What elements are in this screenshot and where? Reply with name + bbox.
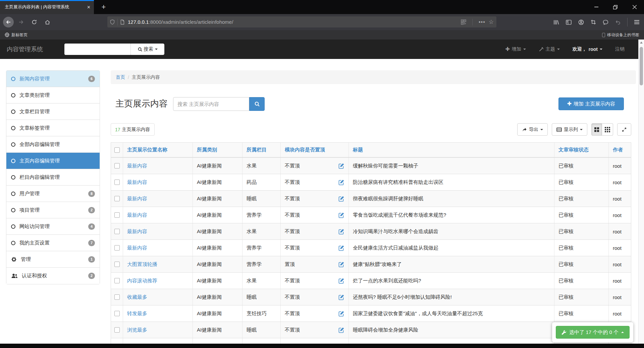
- window-minimize-button[interactable]: [587, 0, 606, 14]
- edit-icon[interactable]: [338, 228, 344, 234]
- columns-button[interactable]: 显示列: [552, 123, 587, 136]
- edit-icon[interactable]: [338, 245, 344, 251]
- forward-button[interactable]: [15, 16, 27, 28]
- qr-code-icon[interactable]: [461, 19, 466, 25]
- position-link[interactable]: 收藏最多: [127, 294, 147, 300]
- row-checkbox[interactable]: [114, 245, 120, 251]
- edit-icon[interactable]: [338, 310, 344, 317]
- sidebar-item-user-management[interactable]: 用户管理 8: [6, 186, 100, 202]
- edit-icon[interactable]: [338, 294, 344, 300]
- messenger-icon[interactable]: [603, 20, 608, 25]
- sidebar-item-article-tag[interactable]: 文章标签管理: [6, 120, 100, 136]
- window-close-button[interactable]: [625, 0, 644, 14]
- edit-icon[interactable]: [338, 278, 344, 284]
- header-author[interactable]: 作者: [609, 143, 631, 157]
- header-category[interactable]: 所属类别: [193, 143, 243, 157]
- sidebar-item-column-content-edit[interactable]: 栏目内容编辑管理: [6, 169, 100, 186]
- edit-icon[interactable]: [338, 196, 344, 202]
- sidebar-item-admin[interactable]: 管理 1: [6, 251, 100, 268]
- list-search-button[interactable]: [249, 97, 265, 111]
- shield-icon[interactable]: [110, 19, 115, 25]
- sidebar-item-site-visit-management[interactable]: 网站访问管理 4: [6, 218, 100, 235]
- position-link[interactable]: 最新内容: [127, 245, 147, 251]
- window-restore-button[interactable]: [606, 0, 625, 14]
- navbar-add-menu[interactable]: ✚ 增加: [505, 46, 526, 52]
- bookmark-star-icon[interactable]: ☆: [489, 18, 494, 25]
- position-link[interactable]: 最新内容: [127, 179, 147, 186]
- scroll-up-icon[interactable]: [640, 42, 643, 44]
- navbar-theme-menu[interactable]: 主题: [539, 46, 560, 52]
- new-tab-button[interactable]: +: [98, 0, 109, 14]
- sidebar-item-article-column[interactable]: 文章栏目管理: [6, 103, 100, 120]
- undo-icon[interactable]: [615, 20, 621, 24]
- row-checkbox[interactable]: [114, 311, 120, 316]
- position-link[interactable]: 最新内容: [127, 212, 147, 218]
- row-checkbox[interactable]: [114, 180, 120, 185]
- grid-small-view-button[interactable]: [602, 123, 613, 136]
- row-checkbox[interactable]: [114, 212, 120, 218]
- header-top[interactable]: 模块内容是否置顶: [281, 143, 349, 157]
- edit-icon[interactable]: [338, 261, 344, 267]
- browser-tab[interactable]: 主页展示内容列表 | 内容管理系统 ✕: [0, 0, 94, 14]
- header-column[interactable]: 所属栏目: [243, 143, 281, 157]
- library-icon[interactable]: [553, 20, 559, 25]
- navbar-search-input[interactable]: [64, 44, 131, 55]
- fullscreen-button[interactable]: [617, 123, 631, 136]
- row-checkbox[interactable]: [114, 327, 120, 333]
- page-info-icon[interactable]: [120, 19, 124, 25]
- sidebar-item-auth[interactable]: 认证和授权 2: [6, 268, 100, 284]
- scrollbar-thumb[interactable]: [640, 47, 643, 85]
- mobile-bookmarks[interactable]: 移动设备上的书签: [602, 32, 639, 38]
- navbar-user-menu[interactable]: 欢迎， root: [573, 46, 602, 52]
- position-link[interactable]: 最新内容: [127, 228, 147, 235]
- row-checkbox[interactable]: [114, 229, 120, 234]
- position-link[interactable]: 大图置顶轮播: [127, 261, 157, 268]
- header-status[interactable]: 文章审核状态: [554, 143, 609, 157]
- row-checkbox[interactable]: [114, 196, 120, 201]
- header-title[interactable]: 标题: [349, 143, 554, 157]
- header-position[interactable]: 主页展示位置名称: [123, 143, 193, 157]
- export-button[interactable]: 导出: [517, 123, 548, 136]
- sidebar-item-all-content-edit[interactable]: 全部内容编辑管理: [6, 136, 100, 153]
- position-link[interactable]: 最新内容: [127, 196, 147, 202]
- navbar-search-button[interactable]: 搜索: [131, 44, 164, 55]
- position-link[interactable]: 转发最多: [127, 310, 147, 317]
- edit-icon[interactable]: [338, 163, 344, 169]
- grid-large-view-button[interactable]: [591, 123, 602, 136]
- list-search-input[interactable]: [173, 97, 249, 111]
- url-text[interactable]: 127.0.0.1:8000/xadmin/articles/articlein…: [128, 19, 461, 25]
- position-link[interactable]: 最新内容: [127, 163, 147, 169]
- breadcrumb-home-link[interactable]: 首页: [116, 74, 125, 80]
- edit-icon[interactable]: [338, 327, 344, 333]
- page-actions-icon[interactable]: •••: [479, 19, 485, 25]
- sidebar-item-home-content-edit[interactable]: 主页内容编辑管理: [6, 153, 100, 169]
- tab-close-icon[interactable]: ✕: [87, 5, 91, 10]
- row-checkbox[interactable]: [114, 294, 120, 300]
- navbar-logout-link[interactable]: 注销: [615, 46, 625, 52]
- selection-actions-button[interactable]: 选中了 17 个中的 0 个: [556, 326, 630, 339]
- edit-icon[interactable]: [338, 179, 344, 185]
- position-link[interactable]: 内容滚动推荐: [127, 278, 157, 284]
- select-all-checkbox[interactable]: [114, 147, 120, 153]
- app-brand[interactable]: 内容管理系统: [7, 40, 43, 59]
- menu-icon[interactable]: [634, 19, 639, 25]
- sidebar-item-article-category[interactable]: 文章类别管理: [6, 87, 100, 103]
- sidebar-item-news-content[interactable]: 新闻内容管理 6: [6, 71, 100, 87]
- sidebar-item-my-homepage-settings[interactable]: 我的主页设置 7: [6, 235, 100, 251]
- row-checkbox[interactable]: [114, 163, 120, 168]
- url-bar[interactable]: 127.0.0.1:8000/xadmin/articles/articlein…: [107, 16, 496, 27]
- home-button[interactable]: [42, 16, 53, 28]
- back-button[interactable]: [3, 17, 14, 27]
- reload-button[interactable]: [29, 16, 40, 28]
- row-checkbox[interactable]: [114, 262, 120, 267]
- account-icon[interactable]: [578, 19, 584, 25]
- screenshot-icon[interactable]: [591, 19, 596, 25]
- sidebars-icon[interactable]: [566, 20, 572, 25]
- add-record-button[interactable]: ✚ 增加 主页展示内容: [558, 97, 624, 110]
- position-link[interactable]: 浏览最多: [127, 327, 147, 333]
- edit-icon[interactable]: [338, 212, 344, 218]
- row-checkbox[interactable]: [114, 278, 120, 283]
- bookmark-new-tab[interactable]: 新标签页: [5, 32, 28, 38]
- sidebar-item-project-management[interactable]: 项目管理 2: [6, 202, 100, 218]
- page-scrollbar[interactable]: [638, 40, 644, 344]
